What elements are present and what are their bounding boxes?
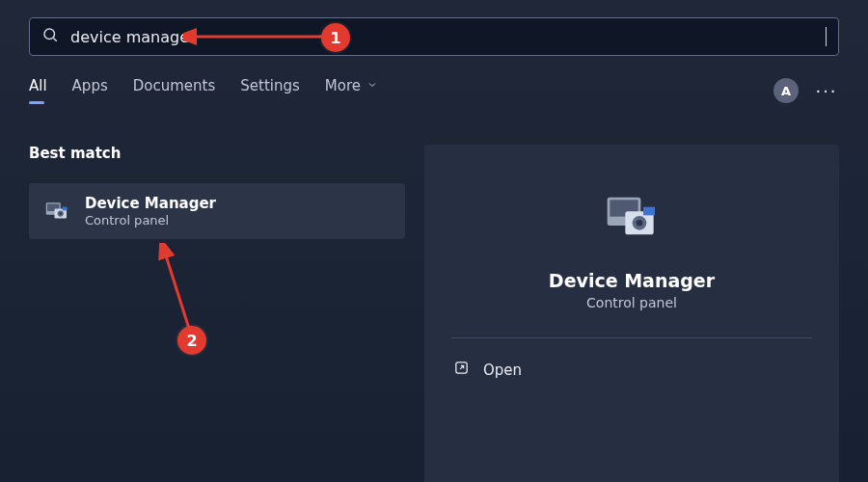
annotation-badge-2: 2: [177, 326, 206, 355]
device-manager-icon: [42, 197, 71, 226]
annotation-number: 2: [186, 332, 197, 350]
open-icon: [453, 360, 470, 380]
filter-tabs-row: All Apps Documents Settings More A ···: [29, 77, 839, 104]
svg-line-16: [165, 253, 190, 332]
annotation-badge-1: 1: [321, 23, 350, 52]
tab-apps[interactable]: Apps: [72, 77, 108, 104]
tab-label: Settings: [240, 77, 300, 94]
annotation-arrow-2: [149, 243, 207, 339]
detail-divider: [451, 337, 812, 338]
annotation-number: 1: [330, 29, 340, 47]
tab-label: More: [325, 77, 361, 94]
result-device-manager[interactable]: Device Manager Control panel: [29, 183, 405, 239]
svg-rect-7: [63, 207, 68, 211]
detail-panel: Device Manager Control panel Open: [424, 145, 839, 482]
ellipsis-icon: ···: [815, 81, 837, 101]
result-title: Device Manager: [85, 195, 216, 212]
detail-subtitle: Control panel: [586, 295, 677, 310]
svg-point-0: [44, 29, 55, 40]
avatar-initial: A: [781, 84, 791, 98]
svg-line-1: [53, 38, 56, 40]
tab-more[interactable]: More: [325, 77, 378, 104]
tab-all[interactable]: All: [29, 77, 47, 104]
svg-point-6: [59, 212, 62, 215]
search-bar[interactable]: [29, 17, 839, 56]
tab-label: Documents: [133, 77, 216, 94]
result-subtitle: Control panel: [85, 213, 216, 228]
search-input[interactable]: [68, 27, 827, 47]
section-best-match: Best match: [29, 145, 405, 162]
tab-label: All: [29, 77, 47, 94]
svg-rect-13: [643, 207, 655, 216]
filter-tabs: All Apps Documents Settings More: [29, 77, 378, 104]
overflow-menu-button[interactable]: ···: [814, 78, 839, 103]
detail-title: Device Manager: [549, 270, 715, 291]
open-action[interactable]: Open: [451, 350, 812, 389]
tab-settings[interactable]: Settings: [240, 77, 300, 104]
tab-documents[interactable]: Documents: [133, 77, 216, 104]
result-text: Device Manager Control panel: [85, 195, 216, 228]
user-avatar[interactable]: A: [773, 78, 799, 103]
svg-point-12: [637, 220, 643, 227]
chevron-down-icon: [366, 77, 378, 94]
detail-header: Device Manager Control panel: [451, 170, 812, 337]
text-caret: [826, 27, 827, 46]
tab-label: Apps: [72, 77, 108, 94]
open-label: Open: [483, 362, 522, 379]
header-right-controls: A ···: [773, 78, 839, 103]
results-column: Best match Device Manager Control panel: [29, 145, 405, 239]
device-manager-large-icon: [601, 187, 663, 249]
search-icon: [41, 26, 59, 47]
